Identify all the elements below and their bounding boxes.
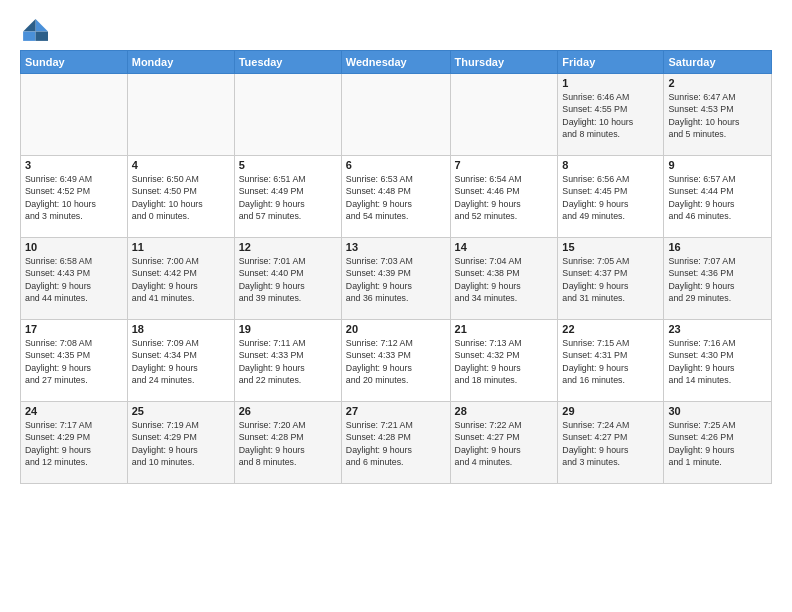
day-number: 23 (668, 323, 767, 335)
day-detail: Sunrise: 7:16 AM Sunset: 4:30 PM Dayligh… (668, 337, 767, 386)
day-number: 20 (346, 323, 446, 335)
svg-marker-1 (23, 19, 35, 31)
day-header-tuesday: Tuesday (234, 51, 341, 74)
day-number: 27 (346, 405, 446, 417)
calendar-table: SundayMondayTuesdayWednesdayThursdayFrid… (20, 50, 772, 484)
day-detail: Sunrise: 7:17 AM Sunset: 4:29 PM Dayligh… (25, 419, 123, 468)
day-number: 16 (668, 241, 767, 253)
day-detail: Sunrise: 7:21 AM Sunset: 4:28 PM Dayligh… (346, 419, 446, 468)
calendar-cell: 13Sunrise: 7:03 AM Sunset: 4:39 PM Dayli… (341, 238, 450, 320)
day-number: 26 (239, 405, 337, 417)
day-detail: Sunrise: 7:24 AM Sunset: 4:27 PM Dayligh… (562, 419, 659, 468)
day-number: 4 (132, 159, 230, 171)
calendar-cell: 25Sunrise: 7:19 AM Sunset: 4:29 PM Dayli… (127, 402, 234, 484)
day-header-friday: Friday (558, 51, 664, 74)
day-detail: Sunrise: 6:54 AM Sunset: 4:46 PM Dayligh… (455, 173, 554, 222)
day-header-saturday: Saturday (664, 51, 772, 74)
calendar-cell (341, 74, 450, 156)
day-detail: Sunrise: 7:03 AM Sunset: 4:39 PM Dayligh… (346, 255, 446, 304)
day-number: 29 (562, 405, 659, 417)
calendar-cell (21, 74, 128, 156)
day-detail: Sunrise: 6:47 AM Sunset: 4:53 PM Dayligh… (668, 91, 767, 140)
day-detail: Sunrise: 7:07 AM Sunset: 4:36 PM Dayligh… (668, 255, 767, 304)
day-number: 24 (25, 405, 123, 417)
calendar-cell: 4Sunrise: 6:50 AM Sunset: 4:50 PM Daylig… (127, 156, 234, 238)
day-detail: Sunrise: 6:46 AM Sunset: 4:55 PM Dayligh… (562, 91, 659, 140)
calendar-cell (234, 74, 341, 156)
header-row: SundayMondayTuesdayWednesdayThursdayFrid… (21, 51, 772, 74)
calendar-cell: 24Sunrise: 7:17 AM Sunset: 4:29 PM Dayli… (21, 402, 128, 484)
day-number: 19 (239, 323, 337, 335)
week-row-2: 10Sunrise: 6:58 AM Sunset: 4:43 PM Dayli… (21, 238, 772, 320)
calendar-cell (127, 74, 234, 156)
svg-rect-2 (23, 32, 35, 41)
day-detail: Sunrise: 6:53 AM Sunset: 4:48 PM Dayligh… (346, 173, 446, 222)
day-detail: Sunrise: 7:05 AM Sunset: 4:37 PM Dayligh… (562, 255, 659, 304)
week-row-0: 1Sunrise: 6:46 AM Sunset: 4:55 PM Daylig… (21, 74, 772, 156)
calendar-cell: 2Sunrise: 6:47 AM Sunset: 4:53 PM Daylig… (664, 74, 772, 156)
svg-rect-3 (36, 32, 48, 41)
day-detail: Sunrise: 7:09 AM Sunset: 4:34 PM Dayligh… (132, 337, 230, 386)
calendar-cell: 1Sunrise: 6:46 AM Sunset: 4:55 PM Daylig… (558, 74, 664, 156)
calendar-cell: 17Sunrise: 7:08 AM Sunset: 4:35 PM Dayli… (21, 320, 128, 402)
day-detail: Sunrise: 6:51 AM Sunset: 4:49 PM Dayligh… (239, 173, 337, 222)
logo (20, 16, 52, 44)
calendar-cell: 3Sunrise: 6:49 AM Sunset: 4:52 PM Daylig… (21, 156, 128, 238)
day-number: 14 (455, 241, 554, 253)
day-detail: Sunrise: 7:11 AM Sunset: 4:33 PM Dayligh… (239, 337, 337, 386)
day-number: 18 (132, 323, 230, 335)
calendar-cell: 9Sunrise: 6:57 AM Sunset: 4:44 PM Daylig… (664, 156, 772, 238)
day-detail: Sunrise: 7:00 AM Sunset: 4:42 PM Dayligh… (132, 255, 230, 304)
calendar-cell: 8Sunrise: 6:56 AM Sunset: 4:45 PM Daylig… (558, 156, 664, 238)
day-number: 8 (562, 159, 659, 171)
calendar-cell: 5Sunrise: 6:51 AM Sunset: 4:49 PM Daylig… (234, 156, 341, 238)
day-number: 22 (562, 323, 659, 335)
calendar-cell: 28Sunrise: 7:22 AM Sunset: 4:27 PM Dayli… (450, 402, 558, 484)
calendar-cell: 29Sunrise: 7:24 AM Sunset: 4:27 PM Dayli… (558, 402, 664, 484)
calendar-cell: 22Sunrise: 7:15 AM Sunset: 4:31 PM Dayli… (558, 320, 664, 402)
day-detail: Sunrise: 7:08 AM Sunset: 4:35 PM Dayligh… (25, 337, 123, 386)
day-number: 7 (455, 159, 554, 171)
day-number: 3 (25, 159, 123, 171)
day-number: 15 (562, 241, 659, 253)
day-number: 10 (25, 241, 123, 253)
day-number: 30 (668, 405, 767, 417)
day-header-monday: Monday (127, 51, 234, 74)
day-number: 25 (132, 405, 230, 417)
calendar-cell: 20Sunrise: 7:12 AM Sunset: 4:33 PM Dayli… (341, 320, 450, 402)
day-number: 12 (239, 241, 337, 253)
day-detail: Sunrise: 7:13 AM Sunset: 4:32 PM Dayligh… (455, 337, 554, 386)
day-number: 17 (25, 323, 123, 335)
day-detail: Sunrise: 6:50 AM Sunset: 4:50 PM Dayligh… (132, 173, 230, 222)
day-detail: Sunrise: 6:57 AM Sunset: 4:44 PM Dayligh… (668, 173, 767, 222)
svg-marker-0 (36, 19, 48, 31)
calendar-cell: 23Sunrise: 7:16 AM Sunset: 4:30 PM Dayli… (664, 320, 772, 402)
calendar-cell: 27Sunrise: 7:21 AM Sunset: 4:28 PM Dayli… (341, 402, 450, 484)
day-number: 28 (455, 405, 554, 417)
calendar-cell: 26Sunrise: 7:20 AM Sunset: 4:28 PM Dayli… (234, 402, 341, 484)
day-number: 9 (668, 159, 767, 171)
day-detail: Sunrise: 7:04 AM Sunset: 4:38 PM Dayligh… (455, 255, 554, 304)
week-row-4: 24Sunrise: 7:17 AM Sunset: 4:29 PM Dayli… (21, 402, 772, 484)
day-number: 11 (132, 241, 230, 253)
calendar-cell: 11Sunrise: 7:00 AM Sunset: 4:42 PM Dayli… (127, 238, 234, 320)
day-header-wednesday: Wednesday (341, 51, 450, 74)
day-detail: Sunrise: 7:19 AM Sunset: 4:29 PM Dayligh… (132, 419, 230, 468)
calendar-cell: 6Sunrise: 6:53 AM Sunset: 4:48 PM Daylig… (341, 156, 450, 238)
calendar-cell: 19Sunrise: 7:11 AM Sunset: 4:33 PM Dayli… (234, 320, 341, 402)
calendar-cell: 12Sunrise: 7:01 AM Sunset: 4:40 PM Dayli… (234, 238, 341, 320)
day-header-thursday: Thursday (450, 51, 558, 74)
calendar-cell: 30Sunrise: 7:25 AM Sunset: 4:26 PM Dayli… (664, 402, 772, 484)
calendar-cell: 15Sunrise: 7:05 AM Sunset: 4:37 PM Dayli… (558, 238, 664, 320)
calendar-cell (450, 74, 558, 156)
week-row-1: 3Sunrise: 6:49 AM Sunset: 4:52 PM Daylig… (21, 156, 772, 238)
day-detail: Sunrise: 7:22 AM Sunset: 4:27 PM Dayligh… (455, 419, 554, 468)
day-detail: Sunrise: 6:56 AM Sunset: 4:45 PM Dayligh… (562, 173, 659, 222)
day-detail: Sunrise: 6:49 AM Sunset: 4:52 PM Dayligh… (25, 173, 123, 222)
day-detail: Sunrise: 7:15 AM Sunset: 4:31 PM Dayligh… (562, 337, 659, 386)
day-number: 6 (346, 159, 446, 171)
day-header-sunday: Sunday (21, 51, 128, 74)
day-number: 21 (455, 323, 554, 335)
day-number: 1 (562, 77, 659, 89)
calendar-cell: 7Sunrise: 6:54 AM Sunset: 4:46 PM Daylig… (450, 156, 558, 238)
